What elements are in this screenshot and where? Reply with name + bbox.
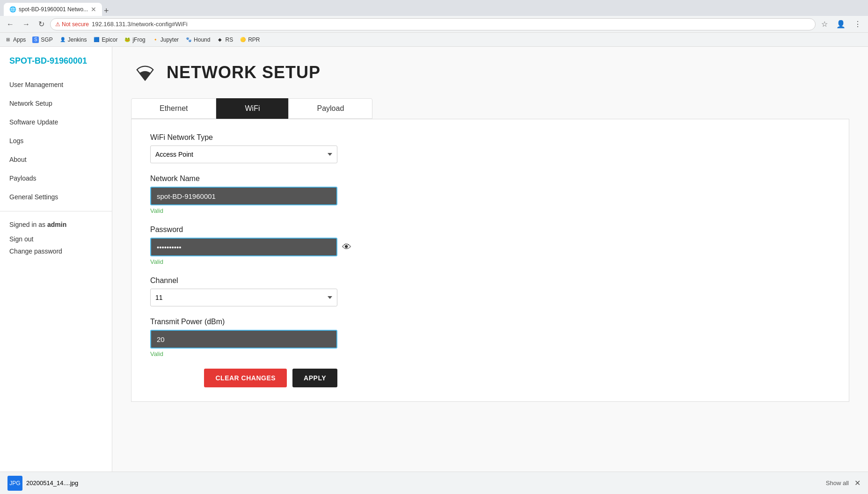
sidebar-item-user-management[interactable]: User Management: [0, 75, 112, 94]
rpr-icon: 🟡: [240, 36, 246, 43]
sidebar-item-network-setup[interactable]: Network Setup: [0, 94, 112, 113]
bookmark-button[interactable]: ☆: [818, 19, 831, 29]
network-type-select[interactable]: Access Point Client: [150, 145, 337, 163]
tab-title: spot-BD-91960001 Netwo...: [19, 6, 88, 13]
browser-tab-bar: 🌐 spot-BD-91960001 Netwo... ✕ +: [0, 0, 868, 16]
password-valid: Valid: [150, 258, 830, 265]
bookmarks-bar: ⊞ Apps S SGP 👤 Jenkins 🟦 Epicor 🐸 jFrog …: [0, 33, 868, 47]
bookmark-jenkins[interactable]: 👤 Jenkins: [59, 36, 87, 43]
network-name-label: Network Name: [150, 174, 830, 183]
address-bar[interactable]: ⚠ Not secure 192.168.131.3/network-confi…: [50, 18, 816, 30]
transmit-power-group: Transmit Power (dBm) Valid: [150, 318, 830, 357]
download-file: JPG 20200514_14....jpg: [7, 476, 78, 491]
epicor-icon: 🟦: [93, 36, 100, 43]
bookmark-apps-label: Apps: [13, 36, 26, 43]
password-group: Password 👁 Valid: [150, 225, 830, 265]
sidebar-item-general-settings[interactable]: General Settings: [0, 188, 112, 206]
browser-toolbar: ← → ↻ ⚠ Not secure 192.168.131.3/network…: [0, 16, 868, 33]
change-password-link[interactable]: Change password: [9, 245, 102, 257]
back-button[interactable]: ←: [4, 19, 17, 29]
page-header: NETWORK SETUP: [131, 61, 849, 84]
tab-close-button[interactable]: ✕: [91, 6, 96, 13]
apply-button[interactable]: APPLY: [292, 369, 337, 387]
bookmark-hound-label: Hound: [194, 36, 210, 43]
sidebar-user-section: Signed in as admin Sign out Change passw…: [0, 216, 112, 262]
wifi-icon: [131, 61, 159, 84]
sidebar-item-software-update[interactable]: Software Update: [0, 113, 112, 131]
sidebar-item-logs[interactable]: Logs: [0, 131, 112, 150]
browser-tab[interactable]: 🌐 spot-BD-91960001 Netwo... ✕: [4, 3, 102, 16]
bookmark-jfrog[interactable]: 🐸 jFrog: [124, 36, 145, 43]
main-content: NETWORK SETUP Ethernet WiFi Payload WiFi…: [112, 47, 868, 479]
channel-label: Channel: [150, 276, 830, 285]
toggle-password-icon[interactable]: 👁: [342, 242, 351, 253]
password-label: Password: [150, 225, 830, 234]
bookmark-jupyter-label: Jupyter: [160, 36, 179, 43]
bookmark-jupyter[interactable]: 🔸 Jupyter: [152, 36, 179, 43]
bookmark-rpr-label: RPR: [248, 36, 260, 43]
network-type-group: WiFi Network Type Access Point Client: [150, 133, 830, 163]
url-text: 192.168.131.3/network-config#WiFi: [92, 21, 188, 28]
jfrog-icon: 🐸: [124, 36, 131, 43]
profile-button[interactable]: 👤: [833, 19, 848, 29]
channel-select[interactable]: 1234 5678 91011 1213: [150, 289, 337, 306]
download-bar-actions: Show all ✕: [826, 479, 861, 487]
signed-in-label: Signed in as admin: [9, 221, 102, 228]
transmit-power-valid: Valid: [150, 350, 830, 357]
sidebar-item-about[interactable]: About: [0, 150, 112, 169]
menu-button[interactable]: ⋮: [851, 19, 864, 29]
sidebar-item-payloads[interactable]: Payloads: [0, 169, 112, 188]
bookmark-rs[interactable]: ◆ RS: [217, 36, 233, 43]
reload-button[interactable]: ↻: [36, 19, 47, 29]
download-bar-close[interactable]: ✕: [854, 479, 861, 487]
tab-payload[interactable]: Payload: [288, 98, 372, 119]
bookmark-jfrog-label: jFrog: [132, 36, 145, 43]
rs-icon: ◆: [217, 36, 223, 43]
apps-icon: ⊞: [5, 36, 11, 43]
clear-changes-button[interactable]: CLEAR CHANGES: [204, 369, 287, 387]
sgp-icon: S: [32, 36, 39, 43]
bookmark-rs-label: RS: [225, 36, 233, 43]
download-file-icon: JPG: [7, 476, 22, 491]
sidebar-divider: [0, 211, 112, 211]
bookmark-apps[interactable]: ⊞ Apps: [5, 36, 26, 43]
bookmark-hound[interactable]: 🐾 Hound: [185, 36, 210, 43]
download-filename: 20200514_14....jpg: [26, 479, 78, 487]
jupyter-icon: 🔸: [152, 36, 159, 43]
download-bar: JPG 20200514_14....jpg Show all ✕: [0, 472, 868, 494]
show-all-button[interactable]: Show all: [826, 479, 849, 487]
network-name-valid: Valid: [150, 207, 830, 214]
channel-group: Channel 1234 5678 91011 1213: [150, 276, 830, 306]
bookmark-rpr[interactable]: 🟡 RPR: [240, 36, 260, 43]
tab-ethernet[interactable]: Ethernet: [131, 98, 216, 119]
transmit-power-input[interactable]: [150, 330, 337, 349]
tab-wifi[interactable]: WiFi: [216, 98, 288, 119]
jenkins-icon: 👤: [59, 36, 66, 43]
bookmark-epicor[interactable]: 🟦 Epicor: [93, 36, 117, 43]
bookmark-epicor-label: Epicor: [102, 36, 117, 43]
network-name-input[interactable]: [150, 187, 337, 205]
app-layout: SPOT-BD-91960001 User Management Network…: [0, 47, 868, 479]
bookmark-jenkins-label: Jenkins: [68, 36, 87, 43]
sidebar-title[interactable]: SPOT-BD-91960001: [0, 56, 112, 75]
tab-favicon: 🌐: [9, 6, 16, 13]
network-type-label: WiFi Network Type: [150, 133, 830, 142]
sidebar: SPOT-BD-91960001 User Management Network…: [0, 47, 112, 479]
tabs-row: Ethernet WiFi Payload: [131, 98, 849, 119]
forward-button[interactable]: →: [20, 19, 33, 29]
password-input[interactable]: [150, 238, 337, 256]
network-name-group: Network Name Valid: [150, 174, 830, 214]
transmit-power-label: Transmit Power (dBm): [150, 318, 830, 326]
hound-icon: 🐾: [185, 36, 192, 43]
new-tab-button[interactable]: +: [104, 6, 109, 16]
sign-out-link[interactable]: Sign out: [9, 233, 102, 245]
security-indicator: ⚠ Not secure: [55, 21, 89, 28]
bookmark-sgp-label: SGP: [41, 36, 52, 43]
page-title: NETWORK SETUP: [167, 63, 321, 82]
bookmark-sgp[interactable]: S SGP: [32, 36, 52, 43]
form-panel: WiFi Network Type Access Point Client Ne…: [131, 119, 849, 402]
signed-in-user: admin: [47, 221, 66, 228]
password-wrapper: 👁: [150, 238, 337, 256]
form-buttons: CLEAR CHANGES APPLY: [150, 369, 337, 387]
